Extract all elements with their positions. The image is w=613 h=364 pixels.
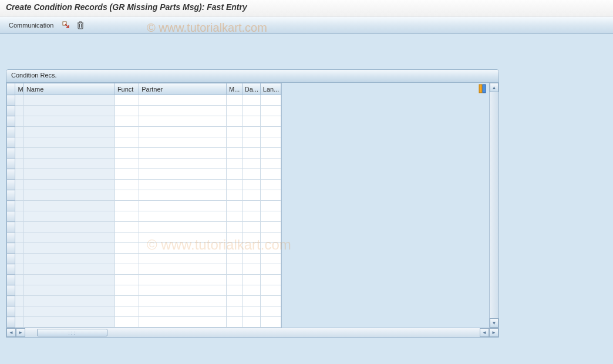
cell-date[interactable] bbox=[242, 137, 260, 148]
cell-funct[interactable] bbox=[114, 254, 139, 264]
cell-date[interactable] bbox=[242, 169, 260, 180]
cell-partner[interactable] bbox=[139, 95, 227, 106]
cell-date[interactable] bbox=[242, 190, 260, 201]
cell-m[interactable] bbox=[15, 285, 23, 296]
cell-language[interactable] bbox=[260, 211, 281, 222]
cell-partner[interactable] bbox=[139, 116, 227, 127]
cell-m[interactable] bbox=[15, 159, 23, 169]
cell-funct[interactable] bbox=[114, 201, 139, 211]
cell-language[interactable] bbox=[260, 190, 281, 201]
table-row[interactable] bbox=[7, 264, 281, 275]
horizontal-scrollbar[interactable]: ◄ ► ::: ◄ ► bbox=[6, 328, 499, 337]
table-row[interactable] bbox=[7, 232, 281, 243]
col-select[interactable] bbox=[7, 83, 15, 95]
col-funct[interactable]: Funct bbox=[114, 83, 139, 95]
row-selector[interactable] bbox=[7, 169, 15, 180]
table-row[interactable] bbox=[7, 190, 281, 201]
cell-date[interactable] bbox=[242, 211, 260, 222]
cell-medium[interactable] bbox=[226, 317, 242, 328]
cell-medium[interactable] bbox=[226, 285, 242, 296]
cell-date[interactable] bbox=[242, 201, 260, 211]
cell-date[interactable] bbox=[242, 127, 260, 137]
row-selector[interactable] bbox=[7, 243, 15, 254]
cell-language[interactable] bbox=[260, 232, 281, 243]
cell-m[interactable] bbox=[15, 275, 23, 285]
cell-date[interactable] bbox=[242, 95, 260, 106]
cell-language[interactable] bbox=[260, 159, 281, 169]
table-row[interactable] bbox=[7, 106, 281, 116]
cell-m[interactable] bbox=[15, 116, 23, 127]
cell-partner[interactable] bbox=[139, 232, 227, 243]
cell-funct[interactable] bbox=[114, 180, 139, 190]
cell-name[interactable] bbox=[23, 201, 114, 211]
cell-medium[interactable] bbox=[226, 306, 242, 317]
cell-date[interactable] bbox=[242, 222, 260, 232]
cell-name[interactable] bbox=[23, 116, 114, 127]
cell-date[interactable] bbox=[242, 264, 260, 275]
cell-m[interactable] bbox=[15, 137, 23, 148]
cell-funct[interactable] bbox=[114, 243, 139, 254]
scroll-left-end-button[interactable]: ◄ bbox=[480, 328, 489, 337]
cell-date[interactable] bbox=[242, 317, 260, 328]
cell-language[interactable] bbox=[260, 285, 281, 296]
cell-partner[interactable] bbox=[139, 254, 227, 264]
cell-partner[interactable] bbox=[139, 317, 227, 328]
cell-partner[interactable] bbox=[139, 127, 227, 137]
cell-partner[interactable] bbox=[139, 285, 227, 296]
cell-language[interactable] bbox=[260, 264, 281, 275]
cell-medium[interactable] bbox=[226, 254, 242, 264]
hscroll-track[interactable]: ::: bbox=[25, 328, 480, 337]
cell-name[interactable] bbox=[23, 148, 114, 159]
cell-funct[interactable] bbox=[114, 116, 139, 127]
cell-name[interactable] bbox=[23, 222, 114, 232]
table-row[interactable] bbox=[7, 222, 281, 232]
delete-button[interactable] bbox=[75, 20, 86, 31]
cell-medium[interactable] bbox=[226, 232, 242, 243]
row-selector[interactable] bbox=[7, 201, 15, 211]
cell-date[interactable] bbox=[242, 232, 260, 243]
cell-partner[interactable] bbox=[139, 159, 227, 169]
cell-name[interactable] bbox=[23, 296, 114, 306]
cell-date[interactable] bbox=[242, 159, 260, 169]
cell-medium[interactable] bbox=[226, 159, 242, 169]
cell-language[interactable] bbox=[260, 106, 281, 116]
cell-partner[interactable] bbox=[139, 148, 227, 159]
cell-date[interactable] bbox=[242, 106, 260, 116]
cell-name[interactable] bbox=[23, 254, 114, 264]
col-m[interactable]: M bbox=[15, 83, 23, 95]
cell-funct[interactable] bbox=[114, 127, 139, 137]
cell-name[interactable] bbox=[23, 106, 114, 116]
cell-date[interactable] bbox=[242, 116, 260, 127]
table-settings-button[interactable] bbox=[479, 84, 488, 93]
col-language[interactable]: Lan... bbox=[260, 83, 281, 95]
cell-funct[interactable] bbox=[114, 148, 139, 159]
cell-language[interactable] bbox=[260, 222, 281, 232]
row-selector[interactable] bbox=[7, 148, 15, 159]
cell-language[interactable] bbox=[260, 169, 281, 180]
cell-funct[interactable] bbox=[114, 264, 139, 275]
table-row[interactable] bbox=[7, 317, 281, 328]
cell-funct[interactable] bbox=[114, 211, 139, 222]
cell-medium[interactable] bbox=[226, 264, 242, 275]
cell-m[interactable] bbox=[15, 296, 23, 306]
cell-name[interactable] bbox=[23, 127, 114, 137]
cell-name[interactable] bbox=[23, 211, 114, 222]
cell-name[interactable] bbox=[23, 159, 114, 169]
cell-name[interactable] bbox=[23, 169, 114, 180]
cell-funct[interactable] bbox=[114, 275, 139, 285]
row-selector[interactable] bbox=[7, 159, 15, 169]
cell-name[interactable] bbox=[23, 180, 114, 190]
table-row[interactable] bbox=[7, 95, 281, 106]
cell-name[interactable] bbox=[23, 275, 114, 285]
cell-medium[interactable] bbox=[226, 127, 242, 137]
cell-medium[interactable] bbox=[226, 169, 242, 180]
row-selector[interactable] bbox=[7, 317, 15, 328]
cell-partner[interactable] bbox=[139, 137, 227, 148]
cell-language[interactable] bbox=[260, 137, 281, 148]
row-selector[interactable] bbox=[7, 190, 15, 201]
scroll-right-end-button[interactable]: ► bbox=[489, 328, 499, 337]
row-selector[interactable] bbox=[7, 254, 15, 264]
cell-partner[interactable] bbox=[139, 190, 227, 201]
cell-partner[interactable] bbox=[139, 201, 227, 211]
cell-m[interactable] bbox=[15, 232, 23, 243]
